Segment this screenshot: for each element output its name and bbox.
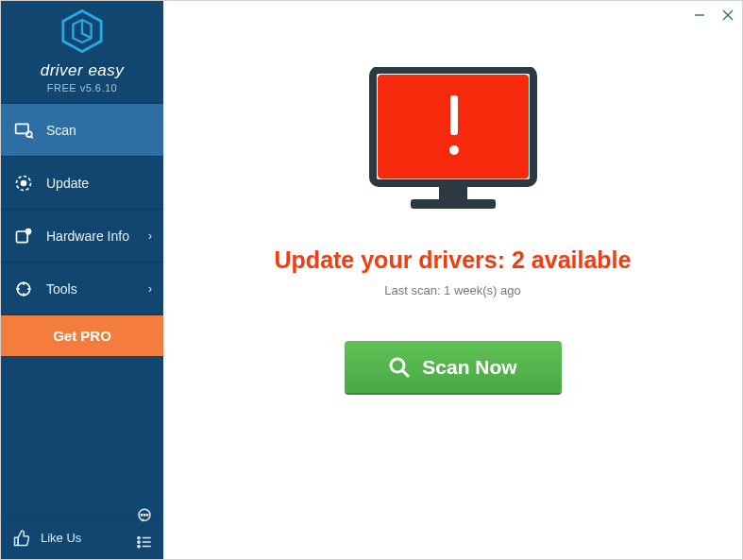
svg-rect-14 [15,537,19,545]
sidebar-item-label: Scan [46,123,76,138]
svg-point-17 [144,515,145,517]
feedback-icon[interactable] [135,506,154,525]
chevron-right-icon: › [148,282,152,296]
sidebar-item-scan[interactable]: Scan [1,103,163,156]
brand-block: driver easy FREE v5.6.10 [1,1,163,103]
get-pro-button[interactable]: Get PRO [1,314,163,356]
sidebar-item-tools[interactable]: Tools › [1,262,163,314]
like-us-label[interactable]: Like Us [41,531,81,545]
svg-rect-32 [450,95,458,135]
get-pro-label: Get PRO [53,328,111,344]
update-headline: Update your drivers: 2 available [275,246,632,274]
thumbs-up-icon[interactable] [12,529,31,548]
app-window: driver easy FREE v5.6.10 Scan [0,0,743,560]
svg-line-3 [31,136,33,138]
search-icon [388,356,411,379]
sidebar-item-label: Tools [46,281,77,297]
sidebar-item-label: Hardware Info [46,229,129,244]
brand-name: driver easy [41,61,125,80]
svg-point-34 [391,359,404,372]
sidebar-item-label: Update [46,176,89,191]
hardware-info-icon: i [14,227,33,246]
chevron-right-icon: › [148,229,152,243]
sidebar-item-hardware-info[interactable]: i Hardware Info › [1,209,163,262]
sidebar: driver easy FREE v5.6.10 Scan [1,1,163,559]
scan-icon [14,121,33,140]
svg-point-19 [138,536,140,538]
sidebar-footer: Like Us [1,516,163,559]
scan-now-button[interactable]: Scan Now [345,341,562,393]
window-controls [685,1,742,29]
svg-point-33 [449,145,459,155]
update-icon [14,174,33,193]
last-scan-text: Last scan: 1 week(s) ago [384,283,521,297]
alert-monitor-icon [363,67,543,222]
svg-point-23 [138,545,140,547]
sidebar-item-update[interactable]: Update [1,156,163,209]
scan-now-label: Scan Now [422,356,516,379]
brand-version: FREE v5.6.10 [47,82,117,93]
menu-list-icon[interactable] [135,533,154,552]
svg-rect-30 [439,186,467,199]
sidebar-menu: Scan Update i [1,103,163,356]
svg-point-5 [22,180,26,185]
svg-rect-31 [411,199,496,209]
svg-point-18 [146,515,148,517]
svg-line-35 [402,370,409,377]
minimize-button[interactable] [685,1,714,29]
close-button[interactable] [714,1,742,29]
tools-icon [14,280,33,298]
svg-point-16 [141,515,143,517]
svg-point-21 [138,541,140,543]
brand-logo-icon [59,8,105,58]
main-panel: Update your drivers: 2 available Last sc… [163,1,742,559]
